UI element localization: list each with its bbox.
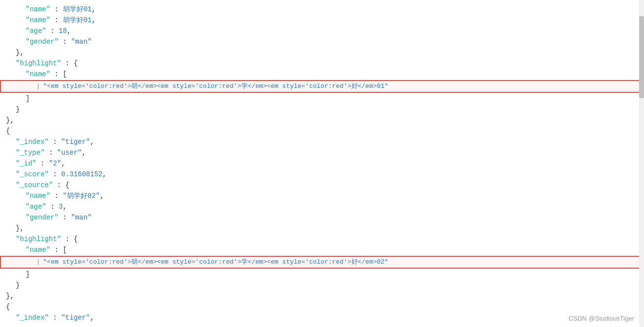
code-line: } [0,280,644,291]
key-token: "_id" [16,158,36,169]
code-line: "_index" : "tiger", [0,312,644,323]
punctuation-token: : [36,158,49,169]
punctuation-token: }, [16,223,24,234]
number-value-token: 3 [59,201,62,212]
punctuation-token: : [50,15,62,26]
punctuation-token: , [82,147,86,158]
bar-indicator: | [36,81,40,92]
code-content: "name" : 胡学好01, "name" : 胡学好01,"age" : 1… [0,0,644,327]
punctuation-token: , [90,312,94,323]
punctuation-token: , [100,191,104,201]
punctuation-token: ] [26,93,29,104]
code-line: "highlight" : { [0,58,644,69]
punctuation-token: : [46,201,59,212]
highlight-line: |"<em style='color:red'>胡</em><em style=… [0,256,644,269]
key-token: "gender" [26,36,59,47]
punctuation-token: , [91,15,95,26]
code-line: "name" : [ [0,245,644,255]
key-token: "gender" [26,212,59,223]
punctuation-token: , [67,26,71,36]
punctuation-token: : [49,136,61,147]
code-line: "gender" : "man" [0,36,644,47]
highlight-text: "<em style='color:red'>胡</em><em style='… [43,257,388,268]
punctuation-token: : { [61,234,78,245]
code-line: "name" : 胡学好01, [0,15,644,26]
key-token: "name" [26,191,50,201]
punctuation-token: , [63,201,67,212]
code-line: "_score" : 0.31608152, [0,169,644,180]
punctuation-token: } [16,280,20,291]
code-line: }, [0,223,644,234]
punctuation-token: , [102,169,106,180]
punctuation-token: : [49,169,61,180]
punctuation-token: ] [26,269,29,280]
code-line: }, [0,291,644,301]
punctuation-token: : { [53,180,70,191]
code-line: "gender" : "man" [0,212,644,223]
key-token: "highlight" [16,234,61,245]
bar-indicator: | [36,257,40,268]
punctuation-token: : { [61,58,78,69]
code-line: "_type" : "user", [0,147,644,158]
scrollbar-thumb[interactable] [639,16,644,98]
key-token: "name" [26,69,50,80]
string-value-token: "man" [71,212,91,223]
punctuation-token: , [61,158,65,169]
punctuation-token: }, [16,47,24,58]
code-line: }, [0,47,644,58]
code-line: ] [0,93,644,104]
code-line: "name" : "胡学好02", [0,191,644,201]
string-value-token: "tiger" [61,312,90,323]
key-token: "_source" [16,180,53,191]
highlight-text: "<em style='color:red'>胡</em><em style='… [43,81,388,92]
key-token: "highlight" [16,58,61,69]
punctuation-token: }, [6,291,14,301]
code-line: "_index" : "tiger", [0,136,644,147]
code-line: "_id" : "2", [0,158,644,169]
punctuation-token: : [59,36,71,47]
key-token: "name" [26,15,50,26]
code-container: "name" : 胡学好01, "name" : 胡学好01,"age" : 1… [0,0,644,327]
code-line: "age" : 3, [0,201,644,212]
code-line: { [0,126,644,136]
code-line: "age" : 18, [0,26,644,36]
code-line: "_source" : { [0,180,644,191]
key-token: "_index" [16,136,49,147]
scrollbar[interactable] [639,0,644,327]
code-line: "name" : [ [0,69,644,80]
punctuation-token: : [59,212,71,223]
code-line: }, [0,115,644,126]
highlight-line: |"<em style='color:red'>胡</em><em style=… [0,80,644,93]
code-line: { [0,301,644,312]
key-token: "age" [26,26,46,36]
string-value-token: "2" [49,158,61,169]
punctuation-token: : [46,26,59,36]
code-line-top: "name" : 胡学好01, [0,4,644,15]
string-value-token: "man" [71,36,91,47]
code-line: } [0,104,644,115]
punctuation-token: : [ [50,245,67,255]
punctuation-token: }, [6,115,14,126]
punctuation-token: } [16,104,20,115]
punctuation-token: : [49,312,61,323]
code-line: "highlight" : { [0,234,644,245]
key-token: "_index" [16,312,49,323]
punctuation-token: : [50,191,62,201]
punctuation-token: { [6,126,10,136]
watermark: CSDN @StudiousTiger [569,315,634,322]
key-token: "name" [26,245,50,255]
key-token: "_type" [16,147,45,158]
string-value-token: "胡学好02" [63,191,100,201]
key-token: "_score" [16,169,49,180]
string-value-token: "user" [57,147,82,158]
punctuation-token: : [45,147,57,158]
punctuation-token: : [ [50,69,67,80]
punctuation-token: , [90,136,94,147]
key-token: "age" [26,201,46,212]
number-value-token: 18 [59,26,67,36]
punctuation-token: { [6,301,10,312]
string-value-token: 胡学好01 [63,15,92,26]
number-value-token: 0.31608152 [61,169,102,180]
code-line: ] [0,269,644,280]
string-value-token: "tiger" [61,136,90,147]
